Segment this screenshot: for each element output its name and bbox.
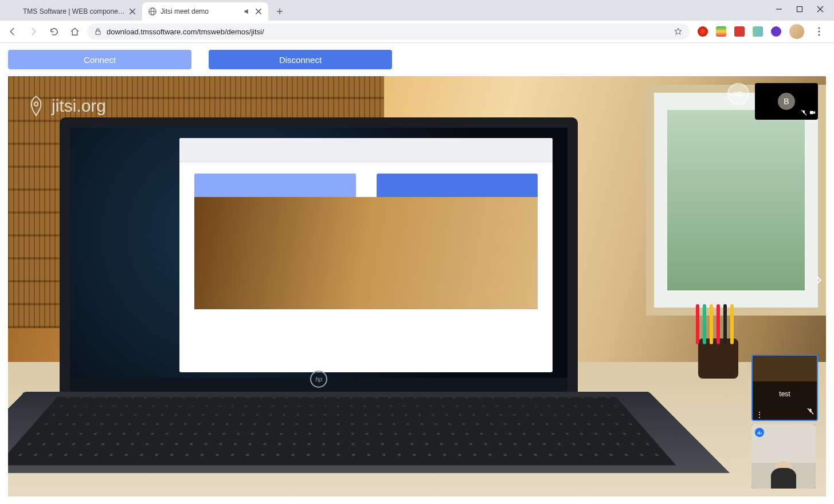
extension-icon[interactable] (771, 26, 781, 37)
svg-rect-23 (761, 432, 761, 434)
bookmark-star-icon[interactable] (674, 27, 683, 36)
close-tab-icon[interactable] (254, 7, 263, 15)
thumbnail-label: test (779, 390, 790, 398)
extension-icon[interactable] (753, 26, 763, 37)
favicon-tms (10, 7, 19, 16)
thumbnail-self[interactable] (751, 424, 816, 489)
window-maximize-button[interactable] (796, 6, 803, 13)
address-bar[interactable]: download.tmssoftware.com/tmsweb/demos/ji… (87, 23, 690, 40)
chrome-menu-button[interactable] (812, 25, 826, 38)
tab-title: Jitsi meet demo (160, 7, 240, 15)
forward-button[interactable] (25, 23, 41, 40)
svg-point-15 (818, 30, 820, 32)
svg-rect-1 (797, 7, 802, 12)
expand-filmstrip-icon[interactable] (815, 276, 823, 286)
svg-rect-13 (96, 31, 100, 34)
jitsi-video-area[interactable]: hp jitsi.org HD B test ⋮ (8, 76, 826, 497)
button-row: Connect Disconnect (0, 43, 834, 76)
svg-rect-22 (759, 431, 759, 434)
participant-badge[interactable]: B (755, 83, 818, 120)
tab-audio-icon[interactable] (243, 7, 251, 15)
reload-button[interactable] (46, 23, 62, 40)
favicon-globe-icon (148, 7, 157, 16)
new-tab-button[interactable] (272, 3, 288, 19)
browser-toolbar: download.tmssoftware.com/tmsweb/demos/ji… (0, 21, 834, 43)
background-pen-cup (692, 310, 744, 379)
hp-logo: hp (310, 371, 327, 388)
thumbnail-test[interactable]: test ⋮ (751, 355, 818, 421)
top-right-badges: HD B (727, 83, 818, 120)
profile-avatar[interactable] (789, 24, 804, 39)
tab-tms-software[interactable]: TMS Software | WEB components (5, 2, 142, 21)
lock-icon (94, 27, 102, 36)
tab-title: TMS Software | WEB components (23, 7, 125, 15)
hd-quality-badge[interactable]: HD (727, 83, 749, 105)
close-tab-icon[interactable] (128, 7, 136, 15)
thumbnail-menu-icon[interactable]: ⋮ (755, 412, 763, 417)
participant-thumbnails: test ⋮ (751, 355, 818, 489)
page-content: Connect Disconnect h (0, 43, 834, 504)
camera-off-icon (809, 108, 816, 118)
extension-icons (694, 24, 829, 39)
jitsi-logo: jitsi.org (26, 94, 106, 117)
window-minimize-button[interactable] (776, 6, 782, 13)
participant-avatar-initial: B (778, 93, 795, 110)
tab-jitsi-demo[interactable]: Jitsi meet demo (142, 2, 268, 21)
svg-point-16 (818, 34, 820, 36)
mic-muted-icon (807, 407, 814, 417)
back-button[interactable] (5, 23, 21, 40)
home-button[interactable] (66, 23, 83, 40)
extension-icon[interactable] (716, 26, 726, 37)
connect-button[interactable]: Connect (8, 50, 191, 69)
disconnect-button[interactable]: Disconnect (209, 50, 392, 69)
window-close-button[interactable] (817, 6, 824, 13)
jitsi-mark-icon (26, 94, 46, 117)
laptop-in-video: hp (25, 93, 613, 497)
mic-muted-icon (801, 108, 807, 118)
svg-rect-21 (757, 432, 758, 434)
speaking-indicator-icon (755, 428, 764, 437)
window-controls (765, 0, 834, 18)
tab-strip: TMS Software | WEB components Jitsi meet… (0, 0, 834, 21)
svg-rect-19 (810, 111, 813, 115)
svg-point-17 (34, 102, 38, 106)
extension-icon[interactable] (698, 26, 708, 37)
extension-icon[interactable] (734, 26, 745, 37)
jitsi-brand-text: jitsi.org (52, 96, 106, 116)
svg-point-14 (818, 27, 820, 29)
url-text: download.tmssoftware.com/tmsweb/demos/ji… (107, 27, 264, 36)
